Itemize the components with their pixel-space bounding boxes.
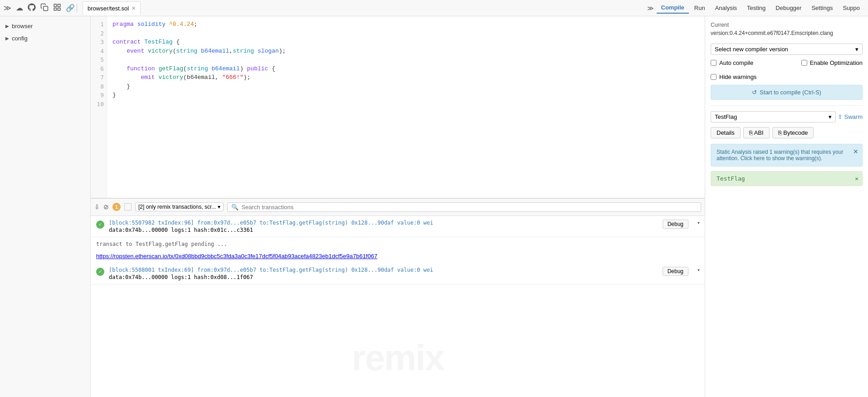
chevron-right-icon[interactable]: ≫ <box>4 4 11 12</box>
sidebar-item-browser[interactable]: ▶ browser <box>0 20 90 32</box>
search-icon: 🔍 <box>231 204 239 211</box>
log-entry-2: ✓ [block:5508001 txIndex:69] from:0x97d.… <box>91 263 705 284</box>
debug-btn-2[interactable]: Debug <box>663 267 688 276</box>
log-entry-1: ✓ [block:5507982 txIndex:96] from:0x97d.… <box>91 216 705 237</box>
tag-close-icon[interactable]: ✕ <box>855 175 858 182</box>
tab-close-icon[interactable]: ✕ <box>132 5 136 11</box>
pending-text: transact to TestFlag.getFlag pending ... <box>96 241 227 247</box>
log-header-2: [block:5508001 txIndex:69] from:0x97d...… <box>109 267 699 273</box>
tab-settings[interactable]: Settings <box>807 3 837 13</box>
log-value-2: value:0 wei <box>397 267 433 273</box>
panel-divider <box>711 105 863 106</box>
filter-select-text: [2] only remix transactions, scr... <box>138 204 216 210</box>
sidebar-browser-label: browser <box>12 23 33 29</box>
copy-icon[interactable] <box>40 3 49 13</box>
hide-warnings-checkbox[interactable] <box>711 74 717 80</box>
log-pending: transact to TestFlag.getFlag pending ... <box>91 237 705 251</box>
current-version-section: Current version:0.4.24+commit.e67f0147.E… <box>711 22 863 36</box>
expand-icon-1[interactable]: ▾ <box>697 220 700 226</box>
auto-compile-row: Auto compile <box>711 59 753 66</box>
current-version: version:0.4.24+commit.e67f0147.Emscripte… <box>711 30 863 36</box>
log-details-1: data:0x74b...00000 logs:1 hash:0x01c...c… <box>109 227 699 233</box>
compiler-version-select[interactable]: Select new compiler version ▾ <box>711 44 863 55</box>
contract-select-label: TestFlag <box>715 113 737 120</box>
compile-refresh-icon: ↺ <box>752 89 757 96</box>
github-icon[interactable] <box>28 3 36 13</box>
config-arrow-icon: ▶ <box>5 36 9 41</box>
code-editor[interactable]: 12345 678910 pragma solidity ^0.4.24; co… <box>91 16 705 199</box>
log-from-1: from:0x97d...e05b7 <box>197 220 259 226</box>
file-tab[interactable]: browser/test.sol ✕ <box>83 1 141 15</box>
log-block-1: [block:5507982 txIndex:96] <box>109 220 194 226</box>
svg-rect-0 <box>44 6 48 10</box>
alert-close-icon[interactable]: ✕ <box>853 148 858 155</box>
filter-dropdown-icon: ▾ <box>218 204 220 210</box>
expand-icon-2[interactable]: ▾ <box>697 267 700 273</box>
sidebar-item-config[interactable]: ▶ config <box>0 32 90 44</box>
line-numbers: 12345 678910 <box>91 16 107 198</box>
error-badge: 1 <box>112 203 121 211</box>
search-bar[interactable]: 🔍 <box>227 202 701 212</box>
tab-filename: browser/test.sol <box>88 5 129 12</box>
swarm-link[interactable]: ⇪ Swarm <box>838 113 863 120</box>
enable-optimization-label: Enable Optimization <box>810 59 863 66</box>
success-icon-2: ✓ <box>96 268 104 276</box>
etherscan-link-row: https://ropsten.etherscan.io/tx/0xd08bbd… <box>91 251 705 263</box>
bytecode-button[interactable]: ⎘ Bytecode <box>772 127 814 138</box>
nav-tabs: ≫ Compile Run Analysis Testing Debugger … <box>647 2 864 14</box>
code-content[interactable]: pragma solidity ^0.4.24; contract TestFl… <box>107 16 705 198</box>
svg-rect-4 <box>54 8 56 10</box>
console-logs: ✓ [block:5507982 txIndex:96] from:0x97d.… <box>91 216 705 397</box>
hide-warnings-label: Hide warnings <box>719 74 756 80</box>
alert-text: Static Analysis raised 1 warning(s) that… <box>717 149 843 162</box>
contract-tag-label: TestFlag <box>717 175 745 182</box>
log-to-2: to:TestFlag.getFlag(string) 0x128...90da… <box>259 267 397 273</box>
checkbox-filter[interactable] <box>124 203 132 211</box>
clear-console-icon[interactable]: ⊘ <box>103 203 109 211</box>
log-details-2: data:0x74b...00000 logs:1 hash:0xd08...1… <box>109 274 699 280</box>
grid-icon[interactable] <box>53 3 61 13</box>
svg-rect-1 <box>54 4 56 6</box>
compiler-select-row: Select new compiler version ▾ <box>711 44 863 55</box>
compile-options-row: Auto compile Enable Optimization <box>711 59 863 69</box>
contract-tag: TestFlag ✕ <box>711 171 863 186</box>
right-panel: Current version:0.4.24+commit.e67f0147.E… <box>705 16 868 397</box>
tab-support[interactable]: Suppo <box>838 3 864 13</box>
console-toolbar: ⇩ ⊘ 1 [2] only remix transactions, scr..… <box>91 199 705 216</box>
tab-analysis[interactable]: Analysis <box>711 3 741 13</box>
compiler-select-label: Select new compiler version <box>715 46 788 53</box>
compile-button[interactable]: ↺ Start to compile (Ctrl-S) <box>711 85 863 100</box>
collapse-icon[interactable]: ≫ <box>647 5 654 12</box>
remix-watermark: remix <box>351 337 444 379</box>
topbar-icons: ≫ ☁ 🔗 <box>4 3 75 13</box>
details-row: Details ⎘ ABI ⎘ Bytecode <box>711 127 863 138</box>
log-header-1: [block:5507982 txIndex:96] from:0x97d...… <box>109 220 699 226</box>
compiler-dropdown-icon: ▾ <box>855 46 858 53</box>
tab-run[interactable]: Run <box>690 3 710 13</box>
filter-select[interactable]: [2] only remix transactions, scr... ▾ <box>135 202 224 211</box>
contract-dropdown-icon: ▾ <box>829 113 832 120</box>
enable-optimization-checkbox[interactable] <box>801 60 807 66</box>
collapse-console-icon[interactable]: ⇩ <box>94 203 100 211</box>
debug-btn-1[interactable]: Debug <box>663 220 688 229</box>
etherscan-link[interactable]: https://ropsten.etherscan.io/tx/0xd08bbd… <box>96 253 377 260</box>
svg-rect-2 <box>58 4 60 6</box>
auto-compile-label: Auto compile <box>719 59 753 66</box>
log-block-2: [block:5508001 txIndex:69] <box>109 267 194 273</box>
tab-testing[interactable]: Testing <box>742 3 770 13</box>
details-button[interactable]: Details <box>711 127 741 138</box>
tab-debugger[interactable]: Debugger <box>771 3 806 13</box>
tab-bar: browser/test.sol ✕ <box>83 1 141 15</box>
link-icon[interactable]: 🔗 <box>66 4 75 12</box>
current-label: Current <box>711 22 863 28</box>
compile-btn-label: Start to compile (Ctrl-S) <box>760 89 821 96</box>
auto-compile-checkbox[interactable] <box>711 60 717 66</box>
static-analysis-alert[interactable]: Static Analysis raised 1 warning(s) that… <box>711 144 863 167</box>
cloud-icon[interactable]: ☁ <box>16 4 23 12</box>
abi-button[interactable]: ⎘ ABI <box>743 127 770 138</box>
tab-compile[interactable]: Compile <box>657 2 689 14</box>
file-sidebar: ▶ browser ▶ config <box>0 16 91 397</box>
search-input[interactable] <box>241 204 697 211</box>
editor-area: 12345 678910 pragma solidity ^0.4.24; co… <box>91 16 705 397</box>
contract-dropdown[interactable]: TestFlag ▾ <box>711 111 836 123</box>
